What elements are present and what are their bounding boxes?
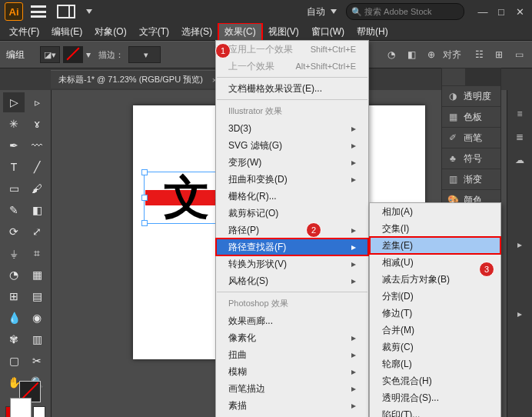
recolor-icon[interactable]: ⊕ bbox=[424, 48, 438, 62]
menu-window[interactable]: 窗口(W) bbox=[305, 23, 351, 41]
shape-builder-tool[interactable]: ◔ bbox=[3, 265, 25, 285]
align-icon[interactable]: ☷ bbox=[472, 48, 486, 62]
curvature-tool[interactable]: 〰 bbox=[26, 135, 48, 155]
collapse-dock-icon[interactable]: ▸ bbox=[512, 237, 527, 252]
mi-trap[interactable]: 陷印(T)... bbox=[370, 406, 500, 417]
mi-raster-settings[interactable]: 文档栅格效果设置(E)... bbox=[216, 80, 368, 97]
mi-exclude[interactable]: 差集(E) bbox=[370, 237, 500, 254]
type-tool[interactable]: T bbox=[3, 157, 25, 177]
artboard-tool[interactable]: ▢ bbox=[3, 351, 25, 371]
panel-symbols[interactable]: ♣符号 bbox=[442, 148, 500, 168]
mi-convert-shape[interactable]: 转换为形状(V) bbox=[216, 255, 368, 272]
eyedropper-tool[interactable]: 💧 bbox=[3, 308, 25, 328]
menu-help[interactable]: 帮助(H) bbox=[351, 23, 394, 41]
graph-tool[interactable]: ▥ bbox=[26, 329, 48, 349]
mi-svg-filters[interactable]: SVG 滤镜(G) bbox=[216, 137, 368, 154]
panel-transparency[interactable]: ◑透明度 bbox=[442, 85, 500, 106]
mi-crop[interactable]: 裁剪(C) bbox=[370, 339, 500, 355]
menu-type[interactable]: 文字(T) bbox=[133, 23, 175, 41]
mi-gallery[interactable]: 效果画廊... bbox=[216, 312, 368, 329]
panel-gradient[interactable]: ▥渐变 bbox=[442, 168, 500, 189]
line-tool[interactable]: ╱ bbox=[26, 157, 48, 177]
mi-apply-last[interactable]: 应用上一个效果Shift+Ctrl+E bbox=[216, 41, 368, 58]
mi-add[interactable]: 相加(A) bbox=[370, 203, 500, 220]
mi-sketch[interactable]: 素描 bbox=[216, 397, 368, 414]
mi-crop-marks[interactable]: 裁剪标记(O) bbox=[216, 205, 368, 222]
rotate-tool[interactable]: ⟳ bbox=[3, 222, 25, 242]
mi-path[interactable]: 路径(P) bbox=[216, 222, 368, 239]
menu-effect[interactable]: 效果(C) bbox=[218, 23, 262, 41]
mi-distort2[interactable]: 扭曲 bbox=[216, 346, 368, 363]
panel-stack: ◑透明度 ▦色板 ✐画笔 ♣符号 ▥渐变 🎨颜色 bbox=[441, 68, 501, 211]
stroke-weight[interactable]: ▾ bbox=[128, 46, 161, 63]
layers-panel-icon[interactable]: ≣ bbox=[512, 129, 527, 145]
mi-texture[interactable]: 纹理 bbox=[216, 414, 368, 417]
opacity-icon[interactable]: ◔ bbox=[384, 48, 398, 62]
mi-pathfinder[interactable]: 路径查找器(F)▸ bbox=[216, 239, 368, 255]
selection-tool[interactable]: ▷ bbox=[3, 92, 25, 112]
workspace-layout-icon[interactable] bbox=[57, 5, 75, 18]
mi-pixelate[interactable]: 像素化 bbox=[216, 329, 368, 346]
minimize-button[interactable]: — bbox=[475, 6, 490, 17]
properties-panel-icon[interactable]: ≡ bbox=[512, 106, 527, 122]
mi-last-effect[interactable]: 上一个效果Alt+Shift+Ctrl+E bbox=[216, 58, 368, 75]
mi-soft-mix[interactable]: 透明混合(S)... bbox=[370, 389, 500, 406]
isolate-icon[interactable]: ▭ bbox=[512, 48, 526, 62]
collapse-dock-icon-2[interactable]: ▸ bbox=[512, 306, 527, 322]
eraser-tool[interactable]: ◧ bbox=[26, 200, 48, 220]
symbol-sprayer-tool[interactable]: ✾ bbox=[3, 329, 25, 349]
menu-edit[interactable]: 编辑(E) bbox=[45, 23, 88, 41]
align-label[interactable]: 对齐 bbox=[443, 48, 461, 62]
mi-hard-mix[interactable]: 实色混合(H) bbox=[370, 372, 500, 389]
mi-merge[interactable]: 合并(M) bbox=[370, 322, 500, 339]
fill-stroke-swatch[interactable] bbox=[10, 398, 41, 402]
width-tool[interactable]: ⏚ bbox=[3, 243, 25, 263]
mi-brush-strokes[interactable]: 画笔描边 bbox=[216, 380, 368, 397]
bridge-icon[interactable] bbox=[31, 5, 46, 18]
mi-rasterize[interactable]: 栅格化(R)... bbox=[216, 188, 368, 205]
direct-selection-tool[interactable]: ▹ bbox=[26, 92, 48, 112]
free-transform-tool[interactable]: ⌗ bbox=[26, 243, 48, 263]
perspective-tool[interactable]: ▦ bbox=[26, 265, 48, 285]
slice-tool[interactable]: ✂ bbox=[26, 351, 48, 371]
lasso-tool[interactable]: ɤ bbox=[26, 114, 48, 134]
shaper-tool[interactable]: ✎ bbox=[3, 200, 25, 220]
mi-divide[interactable]: 分割(D) bbox=[370, 288, 500, 305]
menu-bar: 文件(F) 编辑(E) 对象(O) 文字(T) 选择(S) 效果(C) 视图(V… bbox=[0, 23, 532, 41]
search-mode[interactable]: 自动 bbox=[307, 5, 337, 18]
mi-trim[interactable]: 修边(T) bbox=[370, 305, 500, 322]
gradient-tool[interactable]: ▤ bbox=[26, 286, 48, 306]
mi-warp[interactable]: 变形(W) bbox=[216, 154, 368, 171]
stroke-color[interactable] bbox=[63, 46, 83, 63]
paintbrush-tool[interactable]: 🖌 bbox=[26, 178, 48, 198]
chevron-down-icon[interactable] bbox=[86, 9, 92, 14]
mi-3d[interactable]: 3D(3) bbox=[216, 120, 368, 137]
none-mode[interactable] bbox=[33, 406, 45, 417]
panel-swatches[interactable]: ▦色板 bbox=[442, 106, 500, 127]
mi-stylize[interactable]: 风格化(S) bbox=[216, 272, 368, 289]
menu-view[interactable]: 视图(V) bbox=[262, 23, 305, 41]
style-icon[interactable]: ◧ bbox=[404, 48, 418, 62]
search-stock-input[interactable]: 🔍 搜索 Adobe Stock bbox=[346, 3, 464, 20]
mi-intersect[interactable]: 交集(I) bbox=[370, 220, 500, 237]
menu-select[interactable]: 选择(S) bbox=[175, 23, 218, 41]
magic-wand-tool[interactable]: ✳ bbox=[3, 114, 25, 134]
menu-object[interactable]: 对象(O) bbox=[88, 23, 132, 41]
brush-icon: ✐ bbox=[447, 132, 459, 143]
menu-file[interactable]: 文件(F) bbox=[3, 23, 45, 41]
scale-tool[interactable]: ⤢ bbox=[26, 222, 48, 242]
pen-tool[interactable]: ✒ bbox=[3, 135, 25, 155]
mi-distort-transform[interactable]: 扭曲和变换(D) bbox=[216, 171, 368, 188]
libraries-panel-icon[interactable]: ☁ bbox=[512, 152, 527, 168]
blend-tool[interactable]: ◉ bbox=[26, 308, 48, 328]
rectangle-tool[interactable]: ▭ bbox=[3, 178, 25, 198]
maximize-button[interactable]: □ bbox=[494, 6, 509, 17]
close-button[interactable]: ✕ bbox=[512, 6, 527, 17]
transform-icon[interactable]: ⊞ bbox=[492, 48, 506, 62]
panel-brushes[interactable]: ✐画笔 bbox=[442, 127, 500, 148]
mi-outline[interactable]: 轮廓(L) bbox=[370, 355, 500, 372]
fill-dropdown[interactable]: ◪▾ bbox=[40, 46, 60, 63]
mesh-tool[interactable]: ⊞ bbox=[3, 286, 25, 306]
document-tab[interactable]: 未标题-1* @ 71.23% (RGB/GPU 预览)× bbox=[51, 70, 224, 88]
mi-blur[interactable]: 模糊 bbox=[216, 363, 368, 380]
